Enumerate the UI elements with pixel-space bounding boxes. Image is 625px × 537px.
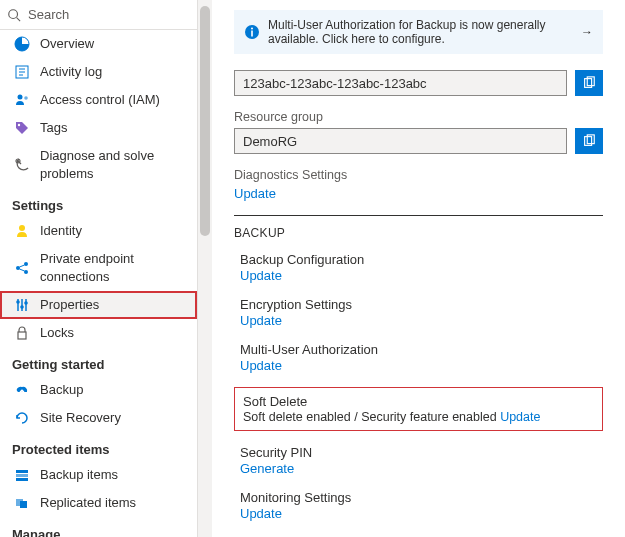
endpoint-icon xyxy=(14,260,30,276)
activitylog-icon xyxy=(14,64,30,80)
banner-text: Multi-User Authorization for Backup is n… xyxy=(268,18,573,46)
svg-point-7 xyxy=(18,95,23,100)
info-banner[interactable]: Multi-User Authorization for Backup is n… xyxy=(234,10,603,54)
nav-label: Overview xyxy=(40,35,94,53)
soft-delete-block: Soft Delete Soft delete enabled / Securi… xyxy=(234,387,603,431)
svg-point-22 xyxy=(24,301,28,305)
soft-delete-status: Soft delete enabled / Security feature e… xyxy=(243,410,594,424)
diagnose-icon xyxy=(14,157,30,173)
nav-backup-items[interactable]: Backup items xyxy=(0,461,197,489)
svg-line-15 xyxy=(20,265,25,267)
nav-label: Access control (IAM) xyxy=(40,91,160,109)
nav-activity-log[interactable]: Activity log xyxy=(0,58,197,86)
overview-icon xyxy=(14,36,30,52)
locks-icon xyxy=(14,325,30,341)
tags-icon xyxy=(14,120,30,136)
nav-overview[interactable]: Overview xyxy=(0,30,197,58)
copy-id-button[interactable] xyxy=(575,70,603,96)
encryption-block: Encryption Settings Update xyxy=(234,297,603,328)
mua-title: Multi-User Authorization xyxy=(240,342,603,357)
access-icon xyxy=(14,92,30,108)
nav-diagnose[interactable]: Diagnose and solve problems xyxy=(0,142,197,188)
copy-icon xyxy=(582,76,596,90)
nav-heading-settings: Settings xyxy=(0,188,197,217)
nav-access-control[interactable]: Access control (IAM) xyxy=(0,86,197,114)
nav-heading-getstarted: Getting started xyxy=(0,347,197,376)
nav-label: Replicated items xyxy=(40,494,136,512)
content: Multi-User Authorization for Backup is n… xyxy=(212,0,625,537)
backup-config-title: Backup Configuration xyxy=(240,252,603,267)
resource-group-label: Resource group xyxy=(234,110,603,124)
nav-label: Properties xyxy=(40,296,99,314)
nav-locks[interactable]: Locks xyxy=(0,319,197,347)
nav-label: Private endpoint connections xyxy=(40,250,185,286)
nav-replicated-items[interactable]: Replicated items xyxy=(0,489,197,517)
svg-point-9 xyxy=(18,124,20,126)
nav-label: Locks xyxy=(40,324,74,342)
soft-delete-title: Soft Delete xyxy=(243,394,594,409)
nav-heading-manage: Manage xyxy=(0,517,197,537)
resource-group-field[interactable] xyxy=(234,128,567,154)
nav-site-recovery[interactable]: Site Recovery xyxy=(0,404,197,432)
encryption-update-link[interactable]: Update xyxy=(240,313,603,328)
info-icon xyxy=(244,24,260,40)
backup-icon xyxy=(14,382,30,398)
soft-delete-status-text: Soft delete enabled / Security feature e… xyxy=(243,410,497,424)
sidebar: « Overview Activity log Access control (… xyxy=(0,0,198,537)
security-pin-title: Security PIN xyxy=(240,445,603,460)
diagnostics-update-link[interactable]: Update xyxy=(234,186,603,201)
mua-block: Multi-User Authorization Update xyxy=(234,342,603,373)
nav-label: Activity log xyxy=(40,63,102,81)
properties-icon xyxy=(14,297,30,313)
svg-point-21 xyxy=(20,305,24,309)
svg-rect-24 xyxy=(16,470,28,473)
rg-field-row xyxy=(234,128,603,154)
soft-delete-update-link[interactable]: Update xyxy=(500,410,540,424)
backup-config-block: Backup Configuration Update xyxy=(234,252,603,283)
nav-label: Diagnose and solve problems xyxy=(40,147,185,183)
copy-rg-button[interactable] xyxy=(575,128,603,154)
identity-icon xyxy=(14,223,30,239)
search-row: « xyxy=(0,0,197,30)
section-divider xyxy=(234,215,603,216)
svg-point-8 xyxy=(24,96,28,100)
security-pin-block: Security PIN Generate xyxy=(234,445,603,476)
svg-point-39 xyxy=(251,28,253,30)
nav-tags[interactable]: Tags xyxy=(0,114,197,142)
encryption-title: Encryption Settings xyxy=(240,297,603,312)
scroll-thumb[interactable] xyxy=(200,6,210,236)
nav-backup[interactable]: Backup xyxy=(0,376,197,404)
nav-label: Site Recovery xyxy=(40,409,121,427)
svg-point-20 xyxy=(16,300,20,304)
id-field-row xyxy=(234,70,603,96)
siterecovery-icon xyxy=(14,410,30,426)
nav-identity[interactable]: Identity xyxy=(0,217,197,245)
svg-line-1 xyxy=(17,17,21,21)
monitoring-block: Monitoring Settings Update xyxy=(234,490,603,521)
nav-properties[interactable]: Properties xyxy=(0,291,197,319)
nav-list: Overview Activity log Access control (IA… xyxy=(0,30,197,537)
backupitems-icon xyxy=(14,467,30,483)
nav-label: Tags xyxy=(40,119,67,137)
main-scrollbar[interactable] xyxy=(198,0,212,537)
nav-label: Backup items xyxy=(40,466,118,484)
monitoring-update-link[interactable]: Update xyxy=(240,506,603,521)
svg-rect-28 xyxy=(20,501,27,508)
nav-label: Backup xyxy=(40,381,83,399)
backup-section-title: BACKUP xyxy=(234,226,603,240)
mua-update-link[interactable]: Update xyxy=(240,358,603,373)
diagnostics-label: Diagnostics Settings xyxy=(234,168,603,182)
svg-rect-25 xyxy=(16,474,28,477)
security-pin-generate-link[interactable]: Generate xyxy=(240,461,603,476)
id-field[interactable] xyxy=(234,70,567,96)
backup-config-update-link[interactable]: Update xyxy=(240,268,603,283)
monitoring-title: Monitoring Settings xyxy=(240,490,603,505)
replicated-icon xyxy=(14,495,30,511)
nav-private-endpoint[interactable]: Private endpoint connections xyxy=(0,245,197,291)
arrow-right-icon: → xyxy=(581,25,593,39)
copy-icon xyxy=(582,134,596,148)
svg-point-0 xyxy=(9,9,18,18)
search-icon xyxy=(6,7,22,23)
search-input[interactable] xyxy=(28,7,196,22)
svg-point-11 xyxy=(19,225,25,231)
